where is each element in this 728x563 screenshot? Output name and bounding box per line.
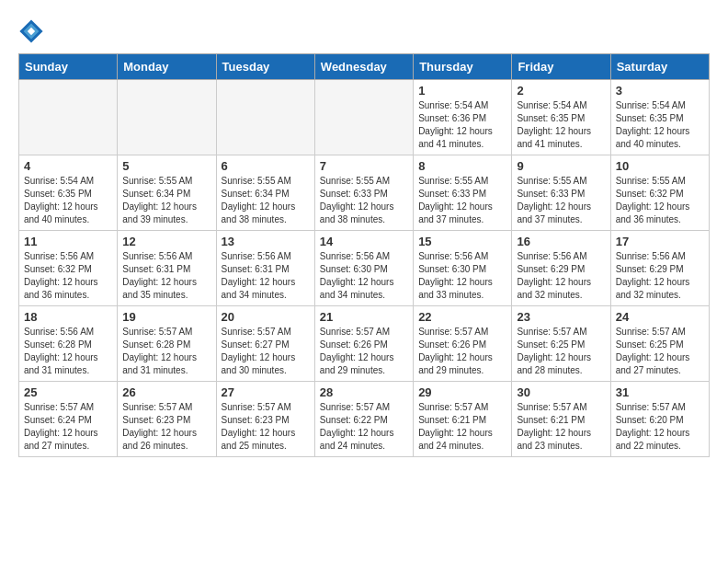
day-number: 21	[320, 310, 408, 324]
day-number: 14	[320, 235, 408, 248]
day-number: 26	[122, 385, 210, 399]
day-info: Sunrise: 5:56 AM Sunset: 6:31 PM Dayligh…	[122, 250, 210, 302]
day-number: 23	[517, 310, 605, 324]
calendar-cell	[314, 80, 413, 155]
calendar-cell: 6Sunrise: 5:55 AM Sunset: 6:34 PM Daylig…	[216, 155, 314, 231]
calendar-cell: 23Sunrise: 5:57 AM Sunset: 6:25 PM Dayli…	[512, 306, 610, 382]
calendar-cell: 4Sunrise: 5:54 AM Sunset: 6:35 PM Daylig…	[19, 155, 118, 231]
day-number: 31	[616, 385, 704, 399]
day-info: Sunrise: 5:55 AM Sunset: 6:34 PM Dayligh…	[222, 175, 310, 226]
day-info: Sunrise: 5:57 AM Sunset: 6:23 PM Dayligh…	[122, 401, 210, 453]
day-number: 29	[418, 385, 506, 399]
calendar-cell: 28Sunrise: 5:57 AM Sunset: 6:22 PM Dayli…	[314, 382, 413, 457]
calendar-week-row: 25Sunrise: 5:57 AM Sunset: 6:24 PM Dayli…	[19, 382, 710, 457]
day-number: 11	[24, 235, 112, 248]
day-info: Sunrise: 5:55 AM Sunset: 6:33 PM Dayligh…	[320, 175, 408, 226]
day-info: Sunrise: 5:54 AM Sunset: 6:35 PM Dayligh…	[24, 175, 112, 226]
calendar-cell: 2Sunrise: 5:54 AM Sunset: 6:35 PM Daylig…	[512, 80, 610, 155]
weekday-header-saturday: Saturday	[610, 54, 709, 80]
calendar-week-row: 1Sunrise: 5:54 AM Sunset: 6:36 PM Daylig…	[19, 80, 710, 155]
calendar-cell: 29Sunrise: 5:57 AM Sunset: 6:21 PM Dayli…	[414, 382, 512, 457]
day-info: Sunrise: 5:57 AM Sunset: 6:25 PM Dayligh…	[517, 326, 605, 377]
weekday-header-thursday: Thursday	[414, 54, 512, 80]
weekday-header-tuesday: Tuesday	[216, 54, 314, 80]
day-number: 3	[616, 84, 704, 98]
day-info: Sunrise: 5:57 AM Sunset: 6:26 PM Dayligh…	[418, 326, 506, 377]
day-info: Sunrise: 5:56 AM Sunset: 6:30 PM Dayligh…	[418, 250, 506, 302]
day-number: 18	[24, 310, 112, 324]
weekday-header-friday: Friday	[512, 54, 610, 80]
day-number: 12	[122, 235, 210, 248]
calendar-cell: 7Sunrise: 5:55 AM Sunset: 6:33 PM Daylig…	[314, 155, 413, 231]
calendar-cell: 16Sunrise: 5:56 AM Sunset: 6:29 PM Dayli…	[512, 231, 610, 306]
weekday-header-wednesday: Wednesday	[314, 54, 413, 80]
calendar-cell: 26Sunrise: 5:57 AM Sunset: 6:23 PM Dayli…	[118, 382, 216, 457]
day-number: 8	[418, 159, 506, 173]
calendar-cell: 10Sunrise: 5:55 AM Sunset: 6:32 PM Dayli…	[610, 155, 709, 231]
calendar-cell: 11Sunrise: 5:56 AM Sunset: 6:32 PM Dayli…	[19, 231, 118, 306]
day-info: Sunrise: 5:56 AM Sunset: 6:28 PM Dayligh…	[24, 326, 112, 377]
calendar-cell: 21Sunrise: 5:57 AM Sunset: 6:26 PM Dayli…	[314, 306, 413, 382]
calendar-cell: 18Sunrise: 5:56 AM Sunset: 6:28 PM Dayli…	[19, 306, 118, 382]
calendar-cell	[216, 80, 314, 155]
day-info: Sunrise: 5:56 AM Sunset: 6:31 PM Dayligh…	[222, 250, 310, 302]
day-info: Sunrise: 5:57 AM Sunset: 6:22 PM Dayligh…	[320, 401, 408, 453]
day-info: Sunrise: 5:57 AM Sunset: 6:25 PM Dayligh…	[616, 326, 704, 377]
day-info: Sunrise: 5:56 AM Sunset: 6:29 PM Dayligh…	[517, 250, 605, 302]
calendar-week-row: 4Sunrise: 5:54 AM Sunset: 6:35 PM Daylig…	[19, 155, 710, 231]
calendar-cell: 22Sunrise: 5:57 AM Sunset: 6:26 PM Dayli…	[414, 306, 512, 382]
day-info: Sunrise: 5:55 AM Sunset: 6:33 PM Dayligh…	[418, 175, 506, 226]
day-number: 9	[517, 159, 605, 173]
weekday-header-row: SundayMondayTuesdayWednesdayThursdayFrid…	[19, 54, 710, 80]
day-number: 6	[222, 159, 310, 173]
calendar-cell: 30Sunrise: 5:57 AM Sunset: 6:21 PM Dayli…	[512, 382, 610, 457]
day-number: 27	[222, 385, 310, 399]
day-number: 19	[122, 310, 210, 324]
calendar-cell: 24Sunrise: 5:57 AM Sunset: 6:25 PM Dayli…	[610, 306, 709, 382]
logo	[18, 18, 48, 44]
day-number: 1	[418, 84, 506, 98]
day-info: Sunrise: 5:57 AM Sunset: 6:28 PM Dayligh…	[122, 326, 210, 377]
calendar-table: SundayMondayTuesdayWednesdayThursdayFrid…	[18, 53, 710, 457]
page-header	[18, 18, 710, 44]
calendar-cell: 17Sunrise: 5:56 AM Sunset: 6:29 PM Dayli…	[610, 231, 709, 306]
calendar-cell: 5Sunrise: 5:55 AM Sunset: 6:34 PM Daylig…	[118, 155, 216, 231]
calendar-cell	[118, 80, 216, 155]
calendar-week-row: 11Sunrise: 5:56 AM Sunset: 6:32 PM Dayli…	[19, 231, 710, 306]
calendar-cell	[19, 80, 118, 155]
day-info: Sunrise: 5:56 AM Sunset: 6:32 PM Dayligh…	[24, 250, 112, 302]
day-number: 25	[24, 385, 112, 399]
calendar-week-row: 18Sunrise: 5:56 AM Sunset: 6:28 PM Dayli…	[19, 306, 710, 382]
day-number: 7	[320, 159, 408, 173]
day-info: Sunrise: 5:56 AM Sunset: 6:30 PM Dayligh…	[320, 250, 408, 302]
day-info: Sunrise: 5:54 AM Sunset: 6:35 PM Dayligh…	[517, 99, 605, 151]
day-number: 24	[616, 310, 704, 324]
day-info: Sunrise: 5:54 AM Sunset: 6:36 PM Dayligh…	[418, 99, 506, 151]
calendar-cell: 9Sunrise: 5:55 AM Sunset: 6:33 PM Daylig…	[512, 155, 610, 231]
day-info: Sunrise: 5:57 AM Sunset: 6:27 PM Dayligh…	[222, 326, 310, 377]
calendar-cell: 19Sunrise: 5:57 AM Sunset: 6:28 PM Dayli…	[118, 306, 216, 382]
day-info: Sunrise: 5:57 AM Sunset: 6:23 PM Dayligh…	[222, 401, 310, 453]
calendar-cell: 13Sunrise: 5:56 AM Sunset: 6:31 PM Dayli…	[216, 231, 314, 306]
day-number: 30	[517, 385, 605, 399]
weekday-header-sunday: Sunday	[19, 54, 118, 80]
calendar-cell: 31Sunrise: 5:57 AM Sunset: 6:20 PM Dayli…	[610, 382, 709, 457]
day-info: Sunrise: 5:55 AM Sunset: 6:33 PM Dayligh…	[517, 175, 605, 226]
day-number: 16	[517, 235, 605, 248]
day-info: Sunrise: 5:57 AM Sunset: 6:21 PM Dayligh…	[517, 401, 605, 453]
day-info: Sunrise: 5:56 AM Sunset: 6:29 PM Dayligh…	[616, 250, 704, 302]
day-info: Sunrise: 5:55 AM Sunset: 6:32 PM Dayligh…	[616, 175, 704, 226]
calendar-cell: 1Sunrise: 5:54 AM Sunset: 6:36 PM Daylig…	[414, 80, 512, 155]
calendar-cell: 25Sunrise: 5:57 AM Sunset: 6:24 PM Dayli…	[19, 382, 118, 457]
logo-icon	[18, 18, 44, 44]
calendar-cell: 8Sunrise: 5:55 AM Sunset: 6:33 PM Daylig…	[414, 155, 512, 231]
calendar-cell: 15Sunrise: 5:56 AM Sunset: 6:30 PM Dayli…	[414, 231, 512, 306]
calendar-cell: 27Sunrise: 5:57 AM Sunset: 6:23 PM Dayli…	[216, 382, 314, 457]
calendar-cell: 3Sunrise: 5:54 AM Sunset: 6:35 PM Daylig…	[610, 80, 709, 155]
day-info: Sunrise: 5:57 AM Sunset: 6:24 PM Dayligh…	[24, 401, 112, 453]
calendar-cell: 14Sunrise: 5:56 AM Sunset: 6:30 PM Dayli…	[314, 231, 413, 306]
day-info: Sunrise: 5:54 AM Sunset: 6:35 PM Dayligh…	[616, 99, 704, 151]
weekday-header-monday: Monday	[118, 54, 216, 80]
day-info: Sunrise: 5:57 AM Sunset: 6:20 PM Dayligh…	[616, 401, 704, 453]
day-info: Sunrise: 5:55 AM Sunset: 6:34 PM Dayligh…	[122, 175, 210, 226]
